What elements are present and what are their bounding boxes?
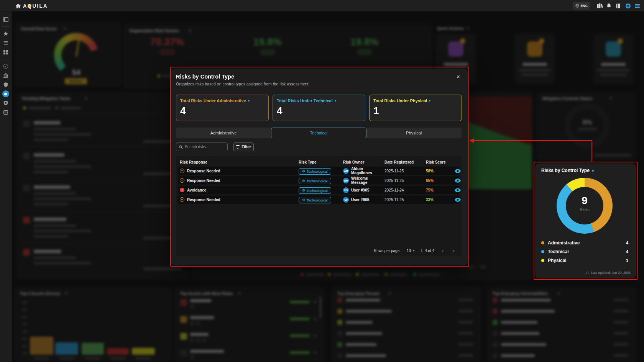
panel-toggle-icon[interactable] [3, 17, 8, 22]
table-row[interactable]: Response Needed ⚙Technological WMWelcome… [178, 176, 459, 185]
risks-table: Risk Response Risk Type Risk Owner Date … [176, 156, 462, 256]
menu-icon[interactable] [634, 3, 640, 9]
globe-icon [575, 4, 579, 8]
gear-icon: ⚙ [302, 170, 305, 173]
modal-title: Risks by Control Type [176, 74, 234, 80]
grid-icon[interactable] [3, 49, 8, 55]
tab-administrative[interactable]: Administrative [176, 128, 271, 138]
response-warning-icon [180, 178, 184, 183]
pagination-range: 1–4 of 4 [421, 249, 434, 253]
compass-icon[interactable] [3, 64, 8, 69]
table-row[interactable]: Response Needed ⚙Technological U9User #9… [178, 195, 459, 204]
table-header: Risk Response Risk Type Risk Owner Date … [178, 157, 459, 167]
donut-total-label: Risks [557, 207, 613, 212]
table-row[interactable]: Avoidance ⚙Technological U9User #905 202… [178, 186, 459, 194]
card-title: Risks by Control Type [541, 168, 594, 173]
filter-icon [236, 145, 240, 149]
legend-dot [541, 250, 544, 253]
column-risk-owner: Risk Owner [343, 160, 384, 164]
sidebar-divider [2, 26, 10, 27]
response-warning-icon [180, 197, 184, 202]
info-icon [429, 100, 430, 102]
legend-physical: Physical 1 [541, 256, 628, 265]
column-risk-type: Risk Type [299, 160, 343, 164]
stat-value: 4 [277, 105, 282, 117]
search-input[interactable] [185, 145, 225, 149]
tab-technical[interactable]: Technical [271, 128, 366, 138]
modal-subtitle: Organizes risks based on control types a… [176, 82, 309, 86]
shield-icon[interactable] [3, 82, 8, 87]
search-icon [179, 145, 183, 149]
response-danger-icon [180, 188, 184, 192]
top-navbar: AQUILA ENG [0, 0, 644, 11]
donut-total-value: 9 [557, 195, 613, 206]
modal-divider [171, 91, 468, 91]
annotation-connector-vertical [591, 140, 592, 162]
home-icon[interactable] [15, 3, 21, 9]
modal-stat-cards: Total Risks Under Administrative 4 Total… [176, 95, 462, 121]
sidebar-divider [2, 59, 10, 59]
risk-module-active-icon[interactable] [2, 90, 9, 97]
star-icon[interactable] [3, 31, 8, 36]
next-page-button[interactable]: › [452, 248, 456, 254]
library-icon[interactable] [597, 3, 603, 9]
bank-icon[interactable] [3, 73, 8, 78]
response-warning-icon [180, 169, 184, 173]
language-selector[interactable]: ENG [573, 2, 590, 10]
donut-center: 9 Risks [557, 195, 613, 212]
column-date-registered: Date Registered [384, 160, 426, 164]
view-risk-eye-icon[interactable] [455, 188, 461, 192]
risk-type-badge: ⚙Technological [299, 197, 331, 203]
user-shield-icon[interactable] [3, 100, 8, 106]
annotation-arrowhead [469, 138, 474, 143]
avatar: WM [343, 178, 349, 183]
gear-icon: ⚙ [302, 179, 305, 183]
risk-type-badge: ⚙Technological [299, 187, 331, 194]
stat-total-technical: Total Risks Under Technical 4 [273, 95, 365, 121]
app-root: Overall Risk Score 54 Medium Organizatio… [0, 0, 644, 362]
gear-icon: ⚙ [302, 198, 305, 202]
help-icon[interactable] [625, 3, 631, 9]
column-risk-response: Risk Response [180, 160, 299, 164]
risks-by-control-type-modal: Risks by Control Type Organizes risks ba… [171, 69, 468, 265]
risks-by-control-type-card[interactable]: Risks by Control Type 9 Risks Administra… [536, 164, 636, 278]
close-icon[interactable]: × [457, 74, 460, 80]
control-type-donut-chart: 9 Risks [557, 178, 613, 234]
annotation-connector-horizontal [473, 140, 592, 141]
notifications-bell-icon[interactable] [606, 3, 612, 9]
legend-technical: Technical 4 [541, 247, 628, 256]
info-icon [248, 100, 250, 102]
view-risk-eye-icon[interactable] [455, 169, 461, 173]
chevron-down-icon: ▾ [413, 249, 414, 252]
view-risk-eye-icon[interactable] [455, 179, 461, 183]
risk-type-badge: ⚙Technological [299, 168, 331, 175]
info-icon [335, 100, 336, 102]
tab-physical[interactable]: Physical [366, 128, 462, 138]
rows-per-page-label: Rows per page: [374, 249, 401, 253]
legend-dot [541, 241, 544, 244]
stat-value: 1 [373, 105, 379, 117]
database-icon[interactable] [3, 110, 8, 115]
view-risk-eye-icon[interactable] [455, 198, 461, 202]
avatar: U9 [343, 197, 349, 203]
column-risk-score: Risk Score [426, 160, 448, 164]
donut-legend: Administrative 4 Technical 4 Physical 1 [541, 238, 628, 265]
filter-button[interactable]: Filter [233, 143, 254, 151]
stat-total-physical: Total Risks Under Physical 1 [369, 95, 462, 121]
rows-per-page-select[interactable]: 10▾ [407, 249, 414, 253]
list-icon[interactable] [3, 40, 8, 46]
control-type-tabs: Administrative Technical Physical [176, 128, 462, 138]
legend-administrative: Administrative 4 [541, 238, 628, 247]
info-icon [592, 170, 594, 172]
aquila-logo[interactable]: AQUILA [23, 3, 48, 9]
table-row[interactable]: Response Needed ⚙Technological AMAlduin … [178, 167, 459, 175]
gear-icon: ⚙ [302, 189, 305, 192]
table-pagination: Rows per page: 10▾ 1–4 of 4 ‹ › [176, 245, 462, 256]
legend-dot [541, 259, 544, 262]
language-label: ENG [581, 4, 588, 8]
risk-type-badge: ⚙Technological [299, 178, 331, 184]
search-box[interactable] [176, 143, 228, 151]
prev-page-button[interactable]: ‹ [440, 248, 445, 254]
docs-book-icon[interactable] [615, 3, 621, 9]
stat-value: 4 [180, 105, 186, 117]
